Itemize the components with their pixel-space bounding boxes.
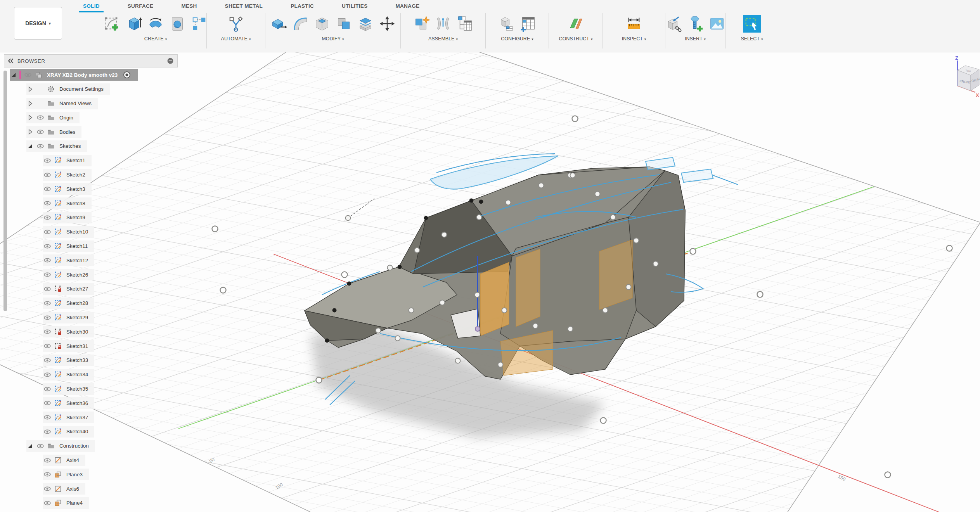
browser-item-sketches[interactable]: Sketches	[26, 140, 87, 152]
tab-sheet-metal[interactable]: SHEET METAL	[223, 0, 265, 12]
tab-solid[interactable]: SOLID	[81, 0, 101, 12]
visibility-eye-icon[interactable]	[43, 428, 52, 436]
fillet-icon[interactable]	[291, 15, 309, 33]
browser-item-sketch3[interactable]: Sketch3	[43, 183, 92, 195]
visibility-eye-icon[interactable]	[43, 242, 52, 250]
browser-item-construction[interactable]: Construction	[26, 440, 95, 452]
expander-closed-icon[interactable]	[26, 100, 34, 107]
visibility-eye-icon[interactable]	[43, 328, 52, 336]
sketch-point[interactable]	[342, 272, 348, 278]
browser-item-sketch35[interactable]: Sketch35	[43, 383, 94, 395]
visibility-eye-icon[interactable]	[43, 413, 52, 421]
group-label-construct[interactable]: CONSTRUCT▾	[559, 36, 593, 42]
visibility-eye-icon[interactable]	[36, 442, 45, 450]
group-label-assemble[interactable]: ASSEMBLE▾	[428, 36, 458, 42]
move-icon[interactable]	[378, 15, 396, 33]
browser-item-plane3[interactable]: Plane3	[43, 469, 89, 480]
visibility-eye-icon[interactable]	[43, 157, 52, 164]
sketch-point[interactable]	[455, 358, 461, 363]
group-label-create[interactable]: CREATE▾	[144, 36, 167, 42]
group-label-configure[interactable]: CONFIGURE▾	[501, 36, 533, 42]
browser-item-sketch10[interactable]: Sketch10	[43, 226, 94, 238]
browser-item-sketch29[interactable]: Sketch29	[43, 312, 94, 323]
insert-derive-icon[interactable]	[665, 15, 682, 33]
sketch-point[interactable]	[502, 308, 507, 313]
browser-item-plane4[interactable]: Plane4	[43, 497, 89, 509]
visibility-eye-icon[interactable]	[43, 385, 52, 393]
browser-item-axis4[interactable]: Axis4	[43, 455, 85, 466]
group-label-select[interactable]: SELECT▾	[741, 36, 763, 42]
viewcube[interactable]: Z X FRONT RIGHT TOP	[937, 54, 980, 101]
automate-icon[interactable]	[227, 15, 245, 33]
tab-surface[interactable]: SURFACE	[126, 0, 155, 12]
visibility-eye-icon[interactable]	[43, 271, 52, 278]
sketch-point[interactable]	[395, 336, 400, 341]
hole-icon[interactable]	[168, 15, 186, 33]
sketch-point[interactable]	[415, 248, 420, 253]
visibility-eye-icon[interactable]	[23, 71, 33, 79]
sketch-point[interactable]	[603, 308, 608, 313]
visibility-eye-icon[interactable]	[43, 185, 52, 193]
measure-icon[interactable]	[625, 15, 643, 33]
configure-icon[interactable]	[497, 15, 515, 33]
browser-item-sketch11[interactable]: Sketch11	[43, 240, 94, 252]
browser-item-sketch37[interactable]: Sketch37	[43, 412, 94, 423]
construct-plane-icon[interactable]	[567, 15, 585, 33]
vertex-point[interactable]	[332, 308, 336, 312]
sketch-point[interactable]	[539, 183, 544, 188]
3d-viewport[interactable]: 50100150	[0, 52, 980, 512]
sketch-point[interactable]	[626, 285, 631, 290]
sketch-point[interactable]	[442, 232, 447, 237]
vertex-point[interactable]	[398, 265, 402, 269]
sketch-point[interactable]	[316, 377, 322, 383]
sketch-point[interactable]	[601, 418, 606, 424]
press-pull-icon[interactable]	[270, 15, 287, 33]
minimize-panel-icon[interactable]	[166, 57, 174, 65]
visibility-eye-icon[interactable]	[43, 356, 52, 364]
visibility-eye-icon[interactable]	[43, 228, 52, 236]
sketch-point[interactable]	[533, 323, 538, 329]
sketch-point[interactable]	[388, 265, 393, 270]
extrude-icon[interactable]	[125, 15, 143, 33]
vertex-point[interactable]	[325, 339, 329, 342]
sketch-point[interactable]	[885, 472, 891, 478]
activate-component-radio[interactable]	[122, 70, 132, 80]
combine-icon[interactable]	[335, 15, 353, 33]
sketch-point[interactable]	[947, 246, 952, 251]
visibility-eye-icon[interactable]	[43, 470, 52, 478]
tab-utilities[interactable]: UTILITIES	[340, 0, 369, 12]
browser-item-sketch36[interactable]: Sketch36	[43, 397, 94, 409]
new-component-icon[interactable]	[412, 15, 430, 33]
expander-open-icon[interactable]	[10, 71, 18, 79]
sketch-point[interactable]	[376, 328, 381, 333]
browser-item-xray-xb2-body-smooth-v23[interactable]: XRAY XB2 Body smooth v23	[10, 69, 138, 81]
vertex-point[interactable]	[347, 282, 351, 285]
sketch-point[interactable]	[757, 292, 763, 298]
group-label-insert[interactable]: INSERT▾	[685, 36, 706, 42]
browser-item-sketch9[interactable]: Sketch9	[43, 212, 92, 223]
browser-item-sketch8[interactable]: Sketch8	[43, 197, 92, 209]
browser-item-sketch30[interactable]: Sketch30	[43, 326, 94, 337]
sketch-point[interactable]	[440, 300, 445, 305]
group-label-modify[interactable]: MODIFY▾	[322, 36, 344, 42]
sketch-point[interactable]	[212, 226, 218, 232]
sketch-point[interactable]	[634, 238, 639, 243]
visibility-eye-icon[interactable]	[43, 214, 52, 221]
visibility-eye-icon[interactable]	[36, 114, 45, 121]
visibility-eye-icon[interactable]	[36, 128, 45, 136]
visibility-eye-icon[interactable]	[36, 142, 45, 150]
visibility-eye-icon[interactable]	[43, 171, 52, 179]
shell-icon[interactable]	[313, 15, 331, 33]
config-table-icon[interactable]	[519, 15, 537, 33]
tab-manage[interactable]: MANAGE	[394, 0, 421, 12]
visibility-eye-icon[interactable]	[43, 199, 52, 207]
browser-item-named-views[interactable]: Named Views	[26, 98, 98, 109]
visibility-eye-icon[interactable]	[43, 457, 52, 464]
sketch-point[interactable]	[506, 200, 511, 205]
vertex-point[interactable]	[469, 199, 473, 202]
sketch-point[interactable]	[475, 292, 480, 298]
browser-item-sketch1[interactable]: Sketch1	[43, 155, 92, 166]
vertex-point[interactable]	[479, 200, 483, 204]
pattern-icon[interactable]	[190, 15, 208, 33]
canvas-icon[interactable]	[708, 15, 726, 33]
